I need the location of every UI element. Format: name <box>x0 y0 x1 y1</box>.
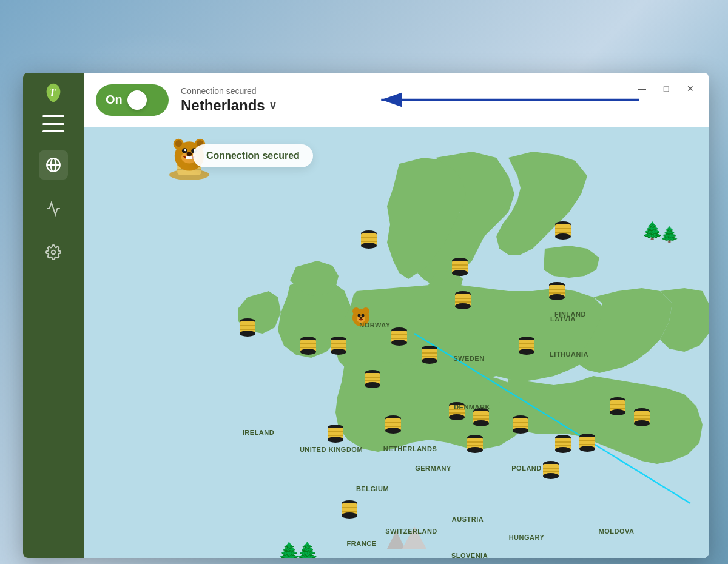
label-ireland: IRELAND <box>243 429 274 436</box>
toggle-label: On <box>106 93 123 107</box>
barrel-ireland[interactable] <box>237 317 258 338</box>
svg-point-122 <box>513 428 528 434</box>
menu-button[interactable] <box>42 115 64 132</box>
barrel-denmark[interactable] <box>452 289 474 311</box>
main-content: On Connection secured Netherlands ∨ <box>84 73 709 558</box>
label-sweden: SWEDEN <box>453 355 484 362</box>
svg-point-97 <box>365 382 380 388</box>
svg-point-142 <box>579 446 595 452</box>
barrel-moldova-2[interactable] <box>631 406 653 428</box>
svg-point-152 <box>467 447 483 453</box>
label-poland: POLAND <box>511 465 541 472</box>
top-bar: On Connection secured Netherlands ∨ <box>84 73 709 127</box>
label-hungary: HUNGARY <box>509 534 545 541</box>
barrel-finland[interactable] <box>552 220 574 241</box>
svg-point-33 <box>362 307 369 315</box>
label-norway: NORWAY <box>359 321 390 329</box>
svg-rect-25 <box>189 156 193 159</box>
label-austria: AUSTRIA <box>452 515 484 523</box>
svg-point-36 <box>362 314 365 317</box>
connection-country[interactable]: Netherlands ∨ <box>181 97 277 114</box>
barrel-switzerland[interactable] <box>382 414 404 435</box>
chevron-down-icon: ∨ <box>269 99 277 112</box>
svg-point-107 <box>385 428 401 434</box>
sidebar-item-map[interactable] <box>39 150 68 180</box>
barrel-poland[interactable] <box>516 335 538 357</box>
barrel-romania-1[interactable] <box>552 433 574 455</box>
close-button[interactable]: ✕ <box>682 80 699 97</box>
label-denmark: DENMARK <box>454 403 490 411</box>
toggle-knob <box>127 90 147 110</box>
svg-point-67 <box>240 331 255 337</box>
svg-point-132 <box>634 420 650 426</box>
label-moldova: MOLDOVA <box>599 528 635 535</box>
country-name: Netherlands <box>181 97 265 114</box>
connection-secured-text: Connection secured <box>206 150 300 161</box>
connection-secured-popup: Connection secured <box>193 144 313 167</box>
svg-text:🌲: 🌲 <box>296 541 319 558</box>
svg-point-52 <box>555 233 571 240</box>
label-uk: UNITED KINGDOM <box>300 446 363 453</box>
barrel-germany[interactable] <box>419 344 440 366</box>
connection-status-text: Connection secured <box>181 86 277 96</box>
svg-point-72 <box>300 349 316 355</box>
maximize-button[interactable]: □ <box>658 80 675 97</box>
minimize-button[interactable]: — <box>633 80 650 97</box>
app-logo[interactable]: T <box>41 80 66 106</box>
svg-point-102 <box>328 437 343 443</box>
map-area: 🌲 🌲 🌲 🌲 <box>84 127 709 558</box>
label-belgium: BELGIUM <box>356 485 389 492</box>
svg-point-30 <box>187 152 192 156</box>
barrel-slovenia[interactable] <box>464 433 486 455</box>
svg-point-57 <box>549 294 565 300</box>
barrel-bottom[interactable] <box>339 499 360 520</box>
label-germany: GERMANY <box>415 465 451 472</box>
label-slovenia: SLOVENIA <box>451 552 488 558</box>
svg-point-37 <box>360 317 363 319</box>
svg-point-62 <box>455 303 471 309</box>
svg-point-42 <box>361 243 377 249</box>
svg-rect-24 <box>186 156 190 159</box>
barrel-france[interactable] <box>325 423 346 445</box>
blue-arrow-annotation <box>84 73 709 127</box>
svg-point-87 <box>422 358 437 364</box>
barrel-latvia[interactable] <box>546 280 568 302</box>
svg-point-92 <box>519 349 534 355</box>
barrel-netherlands[interactable] <box>388 326 410 347</box>
svg-point-32 <box>352 307 360 315</box>
vpn-window: T <box>23 73 709 558</box>
barrel-belgium[interactable] <box>362 368 383 390</box>
label-netherlands: NETHERLANDS <box>383 445 437 452</box>
label-switzerland: SWITZERLAND <box>385 528 437 535</box>
svg-point-77 <box>331 349 346 355</box>
svg-point-4 <box>52 250 56 255</box>
window-controls: — □ ✕ <box>633 80 699 97</box>
svg-point-117 <box>473 420 489 426</box>
barrel-sweden[interactable] <box>449 256 471 278</box>
svg-text:🌲: 🌲 <box>660 225 679 244</box>
barrel-uk-2[interactable] <box>328 335 349 357</box>
svg-point-35 <box>358 314 361 317</box>
sidebar-nav <box>39 150 68 551</box>
barrel-uk-1[interactable] <box>297 335 319 357</box>
label-lithuania: LITHUANIA <box>550 351 588 358</box>
svg-point-28 <box>184 149 186 151</box>
barrel-moldova-1[interactable] <box>607 395 629 417</box>
barrel-romania-2[interactable] <box>576 432 598 454</box>
vpn-toggle[interactable]: On <box>96 84 169 116</box>
barrel-norway[interactable] <box>358 229 380 250</box>
svg-point-147 <box>543 473 559 479</box>
sidebar-item-settings[interactable] <box>39 238 68 267</box>
label-france: FRANCE <box>347 540 377 547</box>
svg-point-157 <box>342 512 357 519</box>
barrel-serbia[interactable] <box>540 459 562 481</box>
svg-point-137 <box>555 447 571 453</box>
svg-point-127 <box>610 409 625 415</box>
sidebar-item-servers[interactable] <box>39 194 68 223</box>
label-latvia: LATVIA <box>550 315 576 323</box>
svg-text:T: T <box>49 86 56 99</box>
barrel-hungary[interactable] <box>510 414 531 435</box>
svg-point-112 <box>449 414 465 420</box>
connection-info: Connection secured Netherlands ∨ <box>181 86 277 114</box>
svg-point-21 <box>175 140 182 147</box>
